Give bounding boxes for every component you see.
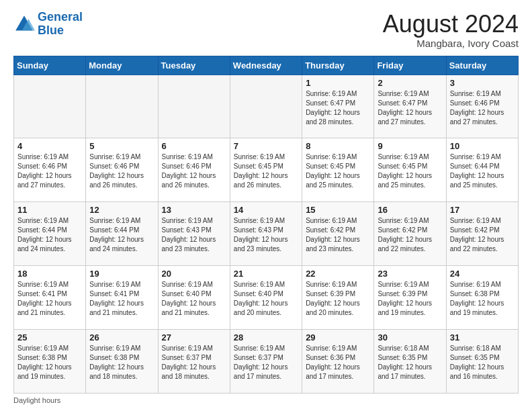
calendar-cell: 28Sunrise: 6:19 AM Sunset: 6:37 PM Dayli… (230, 330, 302, 394)
day-number: 29 (306, 332, 370, 342)
day-info: Sunrise: 6:19 AM Sunset: 6:41 PM Dayligh… (17, 280, 82, 318)
calendar-cell: 19Sunrise: 6:19 AM Sunset: 6:41 PM Dayli… (86, 266, 158, 330)
day-number: 20 (162, 269, 226, 279)
day-number: 30 (378, 332, 442, 342)
weekday-wednesday: Wednesday (230, 56, 302, 75)
day-number: 22 (306, 269, 370, 279)
day-number: 19 (89, 269, 154, 279)
day-number: 28 (234, 332, 298, 342)
day-info: Sunrise: 6:19 AM Sunset: 6:38 PM Dayligh… (450, 280, 515, 318)
calendar-cell: 20Sunrise: 6:19 AM Sunset: 6:40 PM Dayli… (158, 266, 230, 330)
day-number: 3 (450, 78, 515, 88)
day-number: 23 (378, 269, 442, 279)
day-info: Sunrise: 6:19 AM Sunset: 6:43 PM Dayligh… (162, 216, 226, 254)
week-row-1: 1Sunrise: 6:19 AM Sunset: 6:47 PM Daylig… (14, 75, 519, 138)
day-info: Sunrise: 6:19 AM Sunset: 6:47 PM Dayligh… (378, 89, 442, 127)
calendar-cell: 27Sunrise: 6:19 AM Sunset: 6:37 PM Dayli… (158, 330, 230, 394)
day-number: 31 (450, 332, 515, 342)
calendar-cell: 31Sunrise: 6:18 AM Sunset: 6:35 PM Dayli… (446, 330, 518, 394)
day-info: Sunrise: 6:19 AM Sunset: 6:37 PM Dayligh… (162, 344, 226, 381)
day-info: Sunrise: 6:19 AM Sunset: 6:44 PM Dayligh… (89, 216, 154, 254)
day-number: 15 (306, 205, 370, 215)
day-number: 17 (450, 205, 515, 215)
calendar-cell: 30Sunrise: 6:18 AM Sunset: 6:35 PM Dayli… (374, 330, 446, 394)
week-row-5: 25Sunrise: 6:19 AM Sunset: 6:38 PM Dayli… (14, 330, 519, 394)
week-row-2: 4Sunrise: 6:19 AM Sunset: 6:46 PM Daylig… (14, 138, 519, 202)
calendar-cell: 7Sunrise: 6:19 AM Sunset: 6:45 PM Daylig… (230, 138, 302, 202)
day-info: Sunrise: 6:19 AM Sunset: 6:46 PM Dayligh… (450, 89, 515, 127)
day-info: Sunrise: 6:18 AM Sunset: 6:35 PM Dayligh… (450, 344, 515, 381)
calendar-cell (14, 75, 86, 138)
day-info: Sunrise: 6:19 AM Sunset: 6:40 PM Dayligh… (234, 280, 298, 318)
day-number: 13 (162, 205, 226, 215)
day-info: Sunrise: 6:19 AM Sunset: 6:41 PM Dayligh… (89, 280, 154, 318)
calendar-cell: 29Sunrise: 6:19 AM Sunset: 6:36 PM Dayli… (302, 330, 374, 394)
calendar-cell: 22Sunrise: 6:19 AM Sunset: 6:39 PM Dayli… (302, 266, 374, 330)
calendar-cell: 21Sunrise: 6:19 AM Sunset: 6:40 PM Dayli… (230, 266, 302, 330)
day-info: Sunrise: 6:19 AM Sunset: 6:36 PM Dayligh… (306, 344, 370, 381)
page: General Blue August 2024 Mangbara, Ivory… (0, 0, 532, 411)
calendar-cell: 15Sunrise: 6:19 AM Sunset: 6:42 PM Dayli… (302, 202, 374, 266)
day-info: Sunrise: 6:19 AM Sunset: 6:40 PM Dayligh… (162, 280, 226, 318)
day-number: 18 (17, 269, 82, 279)
calendar-cell: 25Sunrise: 6:19 AM Sunset: 6:38 PM Dayli… (14, 330, 86, 394)
weekday-tuesday: Tuesday (158, 56, 230, 75)
calendar-cell: 8Sunrise: 6:19 AM Sunset: 6:45 PM Daylig… (302, 138, 374, 202)
logo-general: General (38, 10, 83, 24)
day-info: Sunrise: 6:19 AM Sunset: 6:46 PM Dayligh… (162, 152, 226, 190)
day-info: Sunrise: 6:19 AM Sunset: 6:43 PM Dayligh… (234, 216, 298, 254)
day-info: Sunrise: 6:19 AM Sunset: 6:47 PM Dayligh… (306, 89, 370, 127)
calendar-cell (86, 75, 158, 138)
day-info: Sunrise: 6:19 AM Sunset: 6:45 PM Dayligh… (378, 152, 442, 190)
weekday-saturday: Saturday (446, 56, 518, 75)
day-info: Sunrise: 6:19 AM Sunset: 6:42 PM Dayligh… (378, 216, 442, 254)
calendar-cell: 14Sunrise: 6:19 AM Sunset: 6:43 PM Dayli… (230, 202, 302, 266)
day-number: 10 (450, 141, 515, 151)
day-info: Sunrise: 6:18 AM Sunset: 6:35 PM Dayligh… (378, 344, 442, 381)
weekday-thursday: Thursday (302, 56, 374, 75)
calendar-cell: 26Sunrise: 6:19 AM Sunset: 6:38 PM Dayli… (86, 330, 158, 394)
day-info: Sunrise: 6:19 AM Sunset: 6:45 PM Dayligh… (234, 152, 298, 190)
day-number: 9 (378, 141, 442, 151)
calendar-cell: 18Sunrise: 6:19 AM Sunset: 6:41 PM Dayli… (14, 266, 86, 330)
day-number: 26 (89, 332, 154, 342)
header: General Blue August 2024 Mangbara, Ivory… (13, 11, 519, 49)
title-block: August 2024 Mangbara, Ivory Coast (383, 11, 519, 49)
week-row-4: 18Sunrise: 6:19 AM Sunset: 6:41 PM Dayli… (14, 266, 519, 330)
logo: General Blue (13, 11, 83, 38)
day-number: 25 (17, 332, 82, 342)
calendar-cell: 13Sunrise: 6:19 AM Sunset: 6:43 PM Dayli… (158, 202, 230, 266)
month-year: August 2024 (383, 11, 519, 38)
day-info: Sunrise: 6:19 AM Sunset: 6:44 PM Dayligh… (17, 216, 82, 254)
day-info: Sunrise: 6:19 AM Sunset: 6:38 PM Dayligh… (17, 344, 82, 381)
calendar-cell: 2Sunrise: 6:19 AM Sunset: 6:47 PM Daylig… (374, 75, 446, 138)
calendar-cell: 12Sunrise: 6:19 AM Sunset: 6:44 PM Dayli… (86, 202, 158, 266)
day-number: 21 (234, 269, 298, 279)
day-info: Sunrise: 6:19 AM Sunset: 6:39 PM Dayligh… (306, 280, 370, 318)
weekday-monday: Monday (86, 56, 158, 75)
day-number: 8 (306, 141, 370, 151)
weekday-friday: Friday (374, 56, 446, 75)
calendar-table: SundayMondayTuesdayWednesdayThursdayFrid… (13, 56, 519, 394)
day-number: 14 (234, 205, 298, 215)
day-info: Sunrise: 6:19 AM Sunset: 6:38 PM Dayligh… (89, 344, 154, 381)
daylight-label: Daylight hours (13, 396, 60, 404)
week-row-3: 11Sunrise: 6:19 AM Sunset: 6:44 PM Dayli… (14, 202, 519, 266)
logo-icon (13, 13, 35, 35)
calendar-cell (230, 75, 302, 138)
day-number: 7 (234, 141, 298, 151)
weekday-header-row: SundayMondayTuesdayWednesdayThursdayFrid… (14, 56, 519, 75)
calendar-cell: 3Sunrise: 6:19 AM Sunset: 6:46 PM Daylig… (446, 75, 518, 138)
day-info: Sunrise: 6:19 AM Sunset: 6:46 PM Dayligh… (89, 152, 154, 190)
day-number: 11 (17, 205, 82, 215)
day-info: Sunrise: 6:19 AM Sunset: 6:39 PM Dayligh… (378, 280, 442, 318)
calendar-cell: 1Sunrise: 6:19 AM Sunset: 6:47 PM Daylig… (302, 75, 374, 138)
location: Mangbara, Ivory Coast (383, 38, 519, 49)
day-info: Sunrise: 6:19 AM Sunset: 6:45 PM Dayligh… (306, 152, 370, 190)
calendar-cell: 6Sunrise: 6:19 AM Sunset: 6:46 PM Daylig… (158, 138, 230, 202)
calendar-cell: 17Sunrise: 6:19 AM Sunset: 6:42 PM Dayli… (446, 202, 518, 266)
calendar-cell: 9Sunrise: 6:19 AM Sunset: 6:45 PM Daylig… (374, 138, 446, 202)
calendar-cell: 5Sunrise: 6:19 AM Sunset: 6:46 PM Daylig… (86, 138, 158, 202)
day-number: 6 (162, 141, 226, 151)
calendar-cell: 16Sunrise: 6:19 AM Sunset: 6:42 PM Dayli… (374, 202, 446, 266)
